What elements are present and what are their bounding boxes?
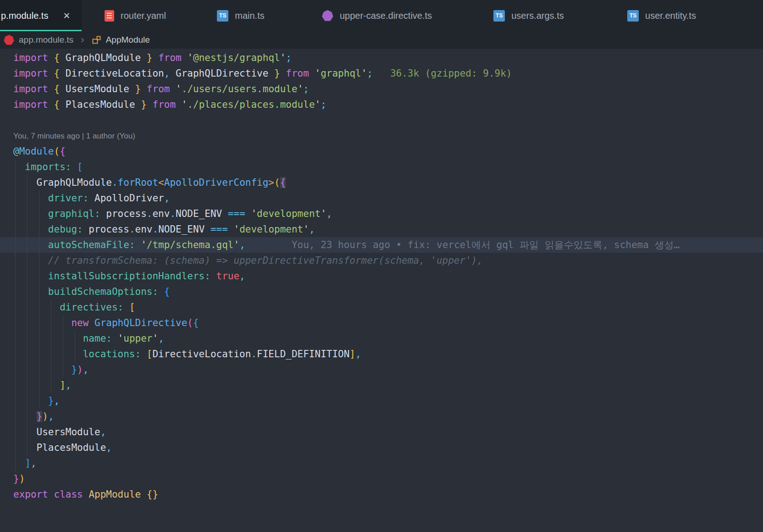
code-segment: { [54,52,60,63]
code-segment: [ [77,161,83,172]
code-segment: from [153,99,176,110]
code-segment: ) [77,364,83,375]
code-editor[interactable]: import { GraphQLModule } from '@nestjs/g… [0,49,763,532]
code-line[interactable]: graphiql: process.env.NODE_ENV === 'deve… [0,206,763,222]
code-line[interactable]: imports: [ [0,159,763,175]
code-line[interactable]: import { DirectiveLocation, GraphQLDirec… [0,66,763,81]
typescript-file-icon: TS [493,10,505,22]
code-line[interactable]: }) [0,471,763,487]
code-segment: ./users/users.module [182,83,298,94]
code-line[interactable]: autoSchemaFile: '/tmp/schema.gql', You, … [0,237,763,253]
code-segment: } [48,395,54,406]
import-cost-annotation: 36.3k (gzipped: 9.9k) [373,68,512,79]
code-line[interactable]: GraphQLModule.forRoot<ApolloDriverConfig… [0,175,763,190]
code-segment: [ [147,349,153,360]
code-line[interactable]: }), [0,362,763,377]
inline-blame-annotation: You, 23 hours ago • fix: vercel에서 gql 파일… [245,239,680,250]
tab-main.ts[interactable]: TSmain.ts [189,0,293,31]
breadcrumb-symbol[interactable]: AppModule [106,35,150,45]
nestjs-file-icon [322,10,333,21]
code-segment: autoSchemaFile: [48,239,135,250]
code-line[interactable]: UsersModule, [0,424,763,440]
code-segment: DirectiveLocation [60,68,164,79]
code-segment: ' [303,224,309,235]
code-segment: === [228,208,245,219]
code-segment: new [71,317,88,328]
code-segment: /tmp/schema.gql [147,239,234,250]
code-line[interactable]: ], [0,377,763,393]
code-segment: ] [60,380,66,391]
code-segment: } [141,99,147,110]
code-segment: DirectiveLocation [152,349,251,360]
code-line[interactable]: import { UsersModule } from './users/use… [0,81,763,97]
code-segment: { [54,83,60,94]
code-segment [228,224,234,235]
code-segment: . [152,224,158,235]
code-line[interactable]: debug: process.env.NODE_ENV === 'develop… [0,222,763,237]
tab-users.args.ts[interactable]: TSusers.args.ts [461,0,596,31]
code-segment: , [100,427,106,438]
code-line[interactable]: }, [0,393,763,409]
indent-guide [15,159,16,471]
indent-guide [75,331,75,362]
tab-p.module.ts[interactable]: p.module.ts✕ [0,0,82,31]
code-segment: ( [274,177,280,188]
code-segment: ) [19,473,25,484]
typescript-file-icon: TS [627,10,639,22]
code-segment: env [135,224,153,235]
code-line[interactable] [0,112,763,128]
code-line[interactable]: buildSchemaOptions: { [0,284,763,299]
code-line[interactable]: PlacesModule, [0,440,763,455]
yaml-file-icon [105,10,114,22]
code-line[interactable]: import { GraphQLModule } from '@nestjs/g… [0,50,763,66]
code-segment [13,208,48,219]
code-line[interactable]: // transformSchema: (schema) => upperDir… [0,253,763,268]
code-segment: ( [187,317,193,328]
breadcrumb-file[interactable]: app.module.ts [19,35,73,45]
indent-guide [63,315,63,377]
code-line[interactable]: @Module({ [0,144,763,159]
code-segment [88,317,94,328]
code-segment [158,286,164,297]
tab-router.yaml[interactable]: router.yaml [82,0,189,31]
code-segment: {} [147,489,158,500]
tab-upper-case.directive.ts[interactable]: upper-case.directive.ts [293,0,461,31]
code-line[interactable]: installSubscriptionHandlers: true, [0,268,763,284]
code-segment: } [147,52,153,63]
code-segment: { [164,286,170,297]
code-line[interactable]: export class AppModule {} [0,487,763,502]
code-segment: , [48,411,54,422]
code-segment: ; [321,99,326,110]
code-segment: } [71,364,77,375]
code-line[interactable]: name: 'upper', [0,331,763,346]
code-line[interactable]: new GraphQLDirective({ [0,315,763,331]
code-segment: ' [251,208,257,219]
code-segment: , [31,458,37,469]
code-segment: GraphQLModule [60,52,147,63]
code-line[interactable]: }), [0,409,763,424]
code-line[interactable]: locations: [DirectiveLocation.FIELD_DEFI… [0,346,763,362]
code-segment: AppModule [88,489,141,500]
class-symbol-icon [92,35,101,45]
code-segment: , [54,395,60,406]
code-segment: GraphQLDirective [170,68,274,79]
vscode-editor-window: { "colors": { "accent_teal_underline": "… [0,0,763,532]
code-segment: @ [13,146,19,157]
code-segment: } [135,83,141,94]
tab-label: p.module.ts [1,11,48,21]
code-segment [123,302,129,313]
code-line[interactable]: directives: [ [0,299,763,315]
code-line[interactable]: driver: ApolloDriver, [0,190,763,206]
code-segment: import [13,83,48,94]
tab-label: upper-case.directive.ts [340,11,432,21]
code-segment: true [216,271,240,282]
code-segment: directives: [60,302,123,313]
code-segment: NODE_ENV [158,224,210,235]
code-segment: import [13,99,48,110]
tab-user.entity.ts[interactable]: TSuser.entity.ts [596,0,727,31]
close-tab-icon[interactable]: ✕ [63,11,70,21]
code-line[interactable]: ], [0,455,763,471]
code-segment: ' [321,208,326,219]
code-line[interactable]: import { PlacesModule } from './places/p… [0,97,763,112]
code-segment [280,68,286,79]
